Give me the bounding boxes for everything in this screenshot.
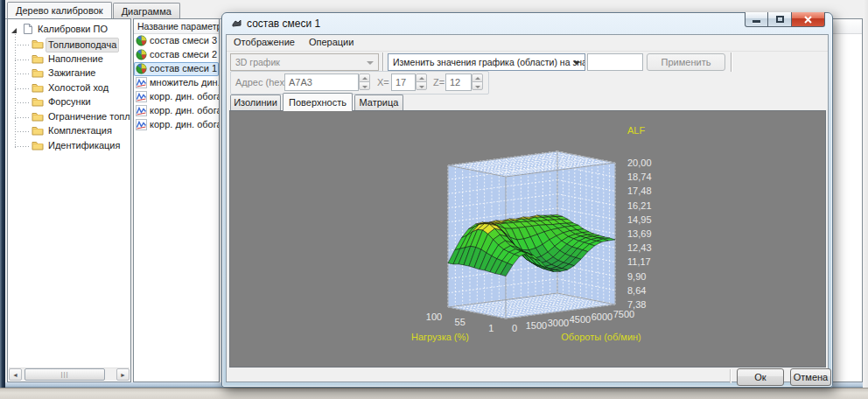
folder-icon <box>32 53 44 67</box>
chevron-down-icon <box>573 61 580 65</box>
window-left-border <box>0 0 5 388</box>
parameter-item[interactable]: корр. дин. обогащен <box>134 118 219 132</box>
svg-text:17,48: 17,48 <box>627 186 652 196</box>
minimize-button[interactable] <box>745 12 768 27</box>
values-panel <box>831 18 863 382</box>
main-tab-diagram[interactable]: Диаграмма <box>113 3 180 19</box>
parameter-item[interactable]: состав смеси 3 <box>134 34 219 48</box>
close-icon <box>803 15 813 24</box>
operation-value: Изменить значения графика (области) на з… <box>393 57 585 67</box>
tree-item-label: Ограничение топливопод <box>46 110 130 123</box>
svg-text:9,90: 9,90 <box>627 271 646 282</box>
dialog-icon <box>231 18 242 32</box>
parameter-item-label: состав смеси 1 <box>150 63 217 74</box>
svg-text:7500: 7500 <box>613 309 634 319</box>
address-field[interactable] <box>284 74 359 91</box>
value-input[interactable] <box>587 53 643 71</box>
bottombar-separator <box>730 369 732 383</box>
folder-icon <box>32 140 44 154</box>
menu-display[interactable]: Отображение <box>227 35 302 52</box>
svg-text:0: 0 <box>512 323 517 333</box>
cancel-button[interactable]: Отмена <box>790 368 831 386</box>
dialog-title: состав смеси 1 <box>231 17 320 31</box>
line-chart-icon <box>136 119 147 132</box>
dialog-title-text: состав смеси 1 <box>247 18 320 30</box>
scroll-right-arrow-icon[interactable]: ► <box>116 368 130 381</box>
window-right-border <box>863 0 868 388</box>
parameter-item[interactable]: состав смеси 1 <box>134 62 219 76</box>
tree-connector-stub <box>15 131 31 132</box>
parameter-item-label: состав смеси 2 <box>150 49 217 60</box>
tree-connector-stub <box>15 146 31 147</box>
svg-text:Нагрузка (%): Нагрузка (%) <box>411 332 469 342</box>
svg-text:8,64: 8,64 <box>627 285 646 296</box>
folder-icon <box>32 96 44 110</box>
address-spinner[interactable] <box>359 74 370 91</box>
z-field[interactable] <box>445 74 472 91</box>
folder-icon <box>32 125 44 139</box>
surface-plot-area[interactable]: ALF20,0018,7417,4816,2114,9513,6912,4311… <box>229 110 826 368</box>
line-chart-icon <box>136 105 147 118</box>
parameter-list-header[interactable]: Название параметра <box>134 19 219 34</box>
svg-text:100: 100 <box>426 312 442 322</box>
tree-connector-stub <box>15 45 31 46</box>
spin-down-icon[interactable] <box>359 81 370 90</box>
toolbar-separator <box>382 52 384 72</box>
parameter-item[interactable]: корр. дин. обогащен <box>134 104 219 118</box>
folder-icon <box>32 67 44 81</box>
maximize-icon <box>776 16 784 23</box>
chevron-down-icon <box>367 61 374 65</box>
view-tab-surface[interactable]: Поверхность <box>283 93 353 111</box>
tree-item-label: Топливоподача <box>46 38 119 52</box>
spin-down-icon[interactable] <box>416 81 427 90</box>
calibration-tree-panel: Калибровки ПОТопливоподачаНаполнениеЗажи… <box>7 18 131 382</box>
parameter-item[interactable]: состав смеси 2 <box>134 48 219 62</box>
svg-text:Обороты (об/мин): Обороты (об/мин) <box>561 332 641 342</box>
main-tab-tree[interactable]: Дерево калибровок <box>7 2 112 19</box>
values-panel-header <box>832 19 862 34</box>
x-spinner[interactable] <box>416 74 427 91</box>
parameter-item-label: корр. дин. обогащен <box>150 119 219 130</box>
scroll-left-arrow-icon[interactable]: ◄ <box>9 368 22 381</box>
parameter-item-label: корр. дин. обогащен <box>150 105 219 116</box>
line-chart-icon <box>136 91 147 104</box>
svg-text:11,17: 11,17 <box>627 256 651 267</box>
tree-item-label: Комплектация <box>46 124 115 137</box>
expander-icon[interactable] <box>10 25 18 38</box>
tree-item-label: Зажигание <box>46 66 99 80</box>
ok-button[interactable]: Ок <box>737 368 784 386</box>
toolbar-separator <box>731 52 732 72</box>
menu-operations[interactable]: Операции <box>302 35 360 52</box>
svg-text:16,21: 16,21 <box>627 200 652 211</box>
document-icon <box>23 23 33 38</box>
surface-plot: ALF20,0018,7417,4816,2114,9513,6912,4311… <box>230 111 825 367</box>
view-tab-matrix[interactable]: Матрица <box>354 94 403 110</box>
svg-text:6000: 6000 <box>592 312 612 322</box>
svg-text:55: 55 <box>455 317 466 327</box>
surface-chart-icon <box>136 35 147 48</box>
view-mode-combo[interactable]: 3D график <box>230 53 379 71</box>
parameter-item[interactable]: корр. дин. обогащен <box>134 90 219 104</box>
apply-button[interactable]: Применить <box>647 53 725 71</box>
scrollbar-thumb[interactable]: ||| <box>24 368 105 381</box>
operation-combo[interactable]: Изменить значения графика (области) на з… <box>388 53 585 71</box>
tree-item-label: Холостой ход <box>46 81 111 94</box>
x-field[interactable] <box>391 74 416 91</box>
parameter-item[interactable]: множитель дин. корр <box>134 76 219 90</box>
svg-text:1500: 1500 <box>526 320 547 331</box>
surface-editor-dialog: состав смеси 1 ОтображениеОперации 3D гр… <box>221 12 833 388</box>
x-label: X= <box>377 77 389 88</box>
z-label: Z= <box>433 77 444 88</box>
tree-horizontal-scrollbar[interactable]: ◄ ||| ► <box>9 368 130 381</box>
close-button[interactable] <box>792 12 825 27</box>
surface-chart-icon <box>136 63 147 76</box>
address-label: Адрес (hex) <box>235 77 288 88</box>
tree-connector-stub <box>15 60 31 60</box>
spin-down-icon[interactable] <box>472 81 483 90</box>
svg-text:3000: 3000 <box>548 318 569 328</box>
view-tab-isolines[interactable]: Изолинии <box>230 94 281 110</box>
parameter-list-panel: Название параметра состав смеси 3состав … <box>133 18 220 382</box>
z-spinner[interactable] <box>472 74 483 91</box>
parameter-item-label: корр. дин. обогащен <box>150 91 219 102</box>
maximize-button[interactable] <box>768 12 792 27</box>
